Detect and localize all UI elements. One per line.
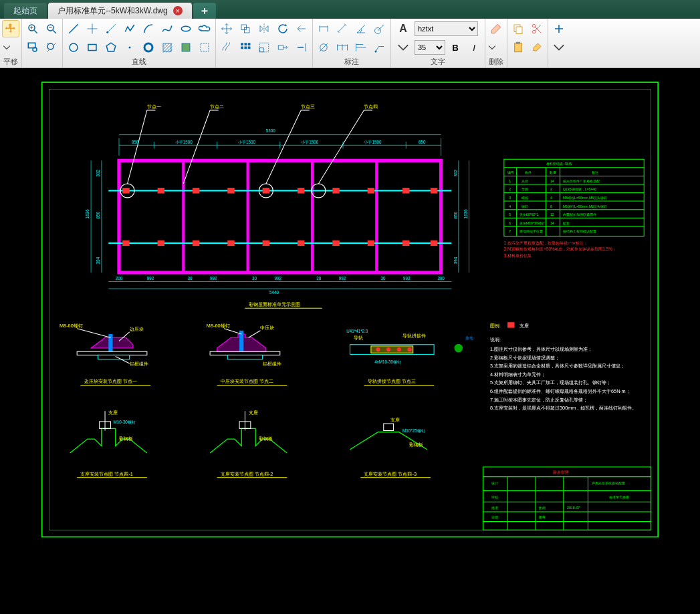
svg-point-20: [144, 43, 152, 51]
tab-home[interactable]: 起始页: [4, 3, 47, 19]
dim-radius-button[interactable]: [371, 20, 388, 37]
zoom-window-button[interactable]: [24, 39, 41, 56]
tab-add[interactable]: ＋: [193, 3, 216, 19]
delete-dd[interactable]: [487, 39, 497, 56]
svg-text:5440: 5440: [269, 290, 279, 295]
svg-text:节点二: 节点二: [210, 104, 224, 110]
copy-clip-button[interactable]: [509, 20, 527, 37]
pline-button[interactable]: [121, 20, 138, 37]
xline-button[interactable]: [84, 20, 101, 37]
svg-text:5.支架所用铆钉、夹具工厂加工，现场组装打孔、铆钉等；: 5.支架所用铆钉、夹具工厂加工，现场组装打孔、铆钉等；: [490, 379, 611, 386]
svg-text:394: 394: [453, 257, 458, 264]
svg-line-166: [249, 331, 261, 337]
svg-text:M10-30螺钉: M10-30螺钉: [114, 420, 136, 424]
dim-baseline-button[interactable]: [352, 39, 370, 56]
offset-button[interactable]: [218, 39, 235, 56]
svg-point-16: [70, 43, 78, 51]
line-button[interactable]: [65, 20, 82, 37]
notes: 说明: 1.图注尺寸仅供参考，具体尺寸以现场测量为准； 2.彩钢板尺寸依据现场情…: [490, 337, 636, 412]
spline-button[interactable]: [158, 20, 176, 37]
font-select[interactable]: hztxt: [415, 21, 478, 36]
svg-rect-61: [515, 43, 522, 52]
hatch-button[interactable]: [158, 39, 176, 56]
zoom-out-button[interactable]: [43, 20, 60, 37]
extend-button[interactable]: [293, 39, 310, 56]
copy-button[interactable]: [237, 20, 254, 37]
svg-text:1.图注尺寸仅供参考，具体尺寸以现场测量为准；: 1.图注尺寸仅供参考，具体尺寸以现场测量为准；: [490, 346, 592, 352]
size-select[interactable]: 35: [415, 40, 445, 55]
svg-text:Q235钢地轨，L=5440: Q235钢地轨，L=5440: [563, 187, 596, 191]
svg-line-46: [320, 43, 328, 51]
svg-rect-89: [431, 241, 437, 246]
svg-rect-73: [227, 188, 234, 193]
mirror-icon: [258, 23, 270, 35]
cut-button[interactable]: [528, 20, 546, 37]
erase-button[interactable]: [487, 20, 505, 37]
block-button[interactable]: [177, 39, 195, 56]
ellipse-button[interactable]: [177, 20, 195, 37]
svg-rect-75: [298, 188, 304, 193]
italic-button[interactable]: I: [465, 39, 483, 56]
svg-rect-86: [332, 241, 339, 246]
svg-text:6.组件配套提供的标准件、螺钉螺母规格各规格另外不大于65N: 6.组件配套提供的标准件、螺钉螺母规格各规格另外不大于65N·m；: [490, 388, 630, 394]
rect-button[interactable]: [84, 39, 101, 56]
paste-button[interactable]: [509, 39, 527, 56]
bold-button[interactable]: B: [447, 39, 464, 56]
trim-button[interactable]: [293, 20, 310, 37]
mirror-button[interactable]: [255, 20, 273, 37]
region-icon: [199, 41, 211, 53]
arc-button[interactable]: [140, 20, 157, 37]
line-group-label: 直线: [65, 56, 213, 67]
more-dd[interactable]: [550, 39, 568, 56]
circle-icon: [68, 41, 80, 53]
dim-diameter-button[interactable]: [315, 39, 332, 56]
point-button[interactable]: [121, 39, 138, 56]
svg-text:992: 992: [274, 276, 281, 281]
array-button[interactable]: [237, 39, 254, 56]
svg-text:夹块60*60*1: 夹块60*60*1: [519, 212, 539, 216]
dim-aligned-button[interactable]: [334, 20, 351, 37]
svg-text:小于1500: 小于1500: [364, 140, 381, 144]
revcloud-button[interactable]: [196, 20, 213, 37]
dim-linear-button[interactable]: [315, 20, 332, 37]
drawing-viewport[interactable]: 节点一 节点二 节点三 节点四 5300 850 小于1500 小于1500 小…: [0, 68, 700, 614]
svg-text:支座: 支座: [249, 410, 258, 416]
region-button[interactable]: [196, 39, 213, 56]
rotate-button[interactable]: [274, 20, 291, 37]
pan-dropdown[interactable]: [2, 39, 11, 56]
mtext-button[interactable]: A: [393, 20, 413, 37]
svg-rect-27: [245, 43, 247, 45]
ray-button[interactable]: [102, 20, 120, 37]
stretch-button[interactable]: [274, 39, 291, 56]
text-dropdown[interactable]: [393, 39, 413, 56]
clipboard-label: [509, 58, 546, 67]
plan-view: 节点一 节点二 节点三 节点四 5300 850 小于1500 小于1500 小…: [85, 104, 469, 308]
leader-button[interactable]: [371, 39, 388, 56]
matchprop-button[interactable]: [528, 39, 546, 56]
circle-button[interactable]: [65, 39, 82, 56]
tab-active-file[interactable]: 户用标准单元--5kW和3kW.dwg ×: [48, 3, 192, 19]
svg-text:30: 30: [381, 276, 386, 281]
svg-rect-76: [332, 188, 339, 193]
rect-icon: [86, 41, 98, 53]
detail-d3: 支座 M10*25螺钉 彩钢板 支座安装节点图 节点四-3: [350, 417, 431, 478]
donut-button[interactable]: [140, 39, 157, 56]
svg-text:M8-60螺钉: M8-60螺钉: [207, 323, 230, 329]
svg-rect-74: [263, 188, 269, 193]
scale-button[interactable]: [255, 39, 273, 56]
svg-rect-88: [402, 241, 409, 246]
svg-point-19: [129, 47, 131, 49]
move-button[interactable]: [218, 20, 235, 37]
svg-text:边压块: 边压块: [130, 326, 144, 332]
dim-continue-button[interactable]: [334, 39, 351, 56]
svg-text:M8螺栓L=50mm,M6沉头铆钉: M8螺栓L=50mm,M6沉头铆钉: [563, 196, 607, 200]
more-button[interactable]: [550, 20, 568, 37]
pan-button[interactable]: [2, 20, 19, 37]
svg-line-157: [116, 357, 130, 363]
polygon-button[interactable]: [102, 39, 120, 56]
svg-text:导轨拼接节点图
节点三: 导轨拼接节点图 节点三: [368, 378, 416, 384]
close-tab-icon[interactable]: ×: [173, 6, 183, 15]
zoom-extents-button[interactable]: [43, 39, 60, 56]
dim-angular-button[interactable]: [352, 20, 370, 37]
zoom-in-button[interactable]: [24, 20, 41, 37]
